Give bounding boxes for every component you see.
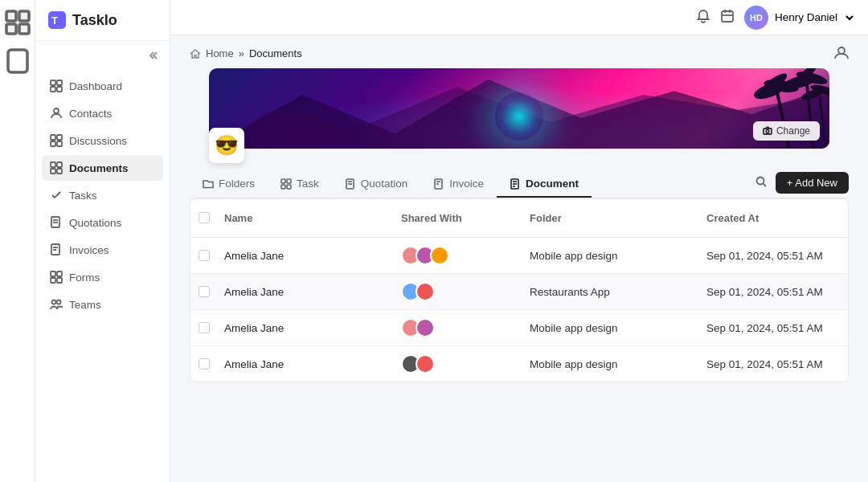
row-created-at: Sep 01, 2024, 05:51 AM <box>698 242 849 270</box>
page-banner: Change <box>209 68 829 149</box>
header-checkbox[interactable] <box>199 212 210 223</box>
breadcrumb-separator: » <box>239 47 244 59</box>
tab-invoice[interactable]: Invoice <box>420 171 497 198</box>
row-name: Amelia Jane <box>216 350 393 378</box>
sidebar-item-tasks[interactable]: Tasks <box>42 182 163 208</box>
documents-table: Name Shared With Folder Created At Actio… <box>190 198 849 382</box>
row-created-at: Sep 01, 2024, 05:51 AM <box>698 278 849 306</box>
breadcrumb: Home » Documents <box>190 47 302 59</box>
table-row: Amelia Jane Mobile app design Sep 01, 20… <box>190 346 848 382</box>
row-checkbox-cell <box>190 242 216 269</box>
svg-rect-27 <box>57 272 62 276</box>
breadcrumb-home[interactable]: Home <box>206 47 234 59</box>
topbar: HD Henry Daniel <box>170 0 868 35</box>
th-checkbox <box>190 206 216 231</box>
folder-icon <box>203 178 214 190</box>
sidebar-item-teams-label: Teams <box>69 299 101 311</box>
tab-folders[interactable]: Folders <box>190 171 268 198</box>
sidebar-item-discussions-label: Discussions <box>69 135 127 147</box>
sidebar-item-discussions[interactable]: Discussions <box>42 128 163 153</box>
sidebar-item-dashboard[interactable]: Dashboard <box>42 73 163 99</box>
sidebar-collapse-btn[interactable] <box>35 41 170 70</box>
sidebar-item-invoices[interactable]: Invoices <box>42 237 163 263</box>
svg-rect-2 <box>6 24 16 34</box>
svg-rect-16 <box>51 162 55 167</box>
row-created-at: Sep 01, 2024, 05:51 AM <box>698 314 849 342</box>
user-name: Henry Daniel <box>775 11 837 23</box>
svg-rect-29 <box>57 278 62 283</box>
svg-rect-12 <box>51 135 55 140</box>
table-body: Amelia Jane Mobile app design Sep 01, 20… <box>190 238 848 382</box>
grid-icon <box>50 80 63 92</box>
row-name: Amelia Jane <box>216 278 393 306</box>
row-checkbox-cell <box>190 350 216 378</box>
table-row: Amelia Jane Restaurants App Sep 01, 2024… <box>190 274 848 310</box>
share-user-icon[interactable] <box>834 45 849 62</box>
row-folder: Restaurants App <box>522 278 698 306</box>
sidebar-item-contacts[interactable]: Contacts <box>42 100 163 126</box>
add-new-btn[interactable]: + Add New <box>776 172 849 194</box>
row-checkbox[interactable] <box>199 358 210 370</box>
calendar-icon[interactable] <box>720 9 735 26</box>
tabs-actions: + Add New <box>755 172 849 197</box>
avatar-group <box>401 246 514 265</box>
icon-bar-grid[interactable] <box>5 10 31 35</box>
sidebar-item-forms[interactable]: Forms <box>42 264 163 290</box>
notifications-icon[interactable] <box>696 9 710 26</box>
tabs-bar: Folders Task Quotation <box>190 171 849 198</box>
row-checkbox[interactable] <box>199 286 210 297</box>
row-checkbox[interactable] <box>199 322 210 333</box>
svg-rect-14 <box>51 141 55 146</box>
shared-avatar <box>416 318 435 337</box>
shared-avatar <box>416 282 435 301</box>
icon-bar-file[interactable] <box>5 48 31 74</box>
tab-document[interactable]: Document <box>497 171 592 198</box>
svg-rect-19 <box>57 169 62 174</box>
invoices-icon <box>50 243 63 256</box>
svg-rect-26 <box>51 272 55 276</box>
svg-rect-10 <box>57 87 62 92</box>
row-checkbox-cell <box>190 314 216 341</box>
sidebar-item-quotations[interactable]: Quotations <box>42 210 163 235</box>
chevron-down-icon <box>844 12 855 23</box>
row-name: Amelia Jane <box>216 242 393 270</box>
th-shared: Shared With <box>393 206 522 231</box>
row-shared <box>393 310 522 345</box>
user-menu[interactable]: HD Henry Daniel <box>744 6 855 30</box>
sidebar-item-teams[interactable]: Teams <box>42 292 163 317</box>
documents-icon <box>50 161 63 174</box>
svg-rect-9 <box>51 87 55 92</box>
tab-invoice-label: Invoice <box>449 178 484 190</box>
svg-line-47 <box>820 96 825 149</box>
sidebar-item-contacts-label: Contacts <box>69 108 112 120</box>
search-button[interactable] <box>755 175 768 190</box>
app-name: Tasklo <box>72 12 117 29</box>
sidebar-item-documents-label: Documents <box>69 162 129 174</box>
change-banner-btn[interactable]: Change <box>753 121 820 141</box>
table-header: Name Shared With Folder Created At Actio… <box>190 199 848 238</box>
change-label: Change <box>776 125 810 137</box>
svg-rect-52 <box>281 179 285 183</box>
row-folder: Mobile app design <box>522 242 698 270</box>
row-checkbox-cell <box>190 278 216 305</box>
svg-line-67 <box>763 183 766 186</box>
avatar: HD <box>744 6 768 30</box>
discussions-icon <box>50 134 63 147</box>
icon-bar <box>0 0 35 482</box>
th-created: Created At <box>698 206 849 231</box>
tab-task[interactable]: Task <box>268 171 332 198</box>
svg-rect-4 <box>8 50 27 72</box>
sidebar-item-tasks-label: Tasks <box>69 190 97 202</box>
profile-emoji: 😎 <box>215 134 239 157</box>
tab-quotation[interactable]: Quotation <box>332 171 421 198</box>
row-checkbox[interactable] <box>199 250 210 261</box>
svg-rect-8 <box>57 80 62 85</box>
avatar-group <box>401 354 514 374</box>
sidebar-item-documents[interactable]: Documents <box>42 155 163 181</box>
glow-orb <box>495 92 543 141</box>
svg-point-30 <box>52 300 56 304</box>
svg-rect-18 <box>51 169 55 174</box>
svg-text:T: T <box>51 14 58 27</box>
shared-avatar <box>430 246 449 265</box>
tab-document-label: Document <box>526 178 579 190</box>
